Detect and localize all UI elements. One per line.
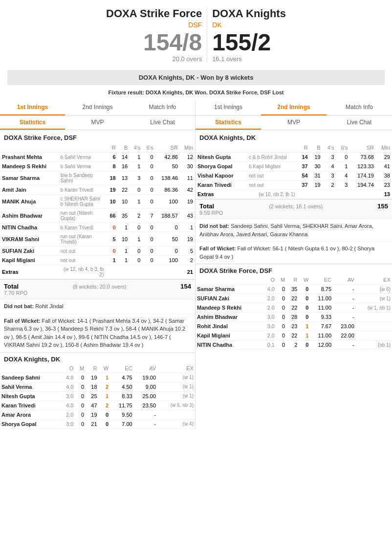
overs: 3.0 — [60, 391, 75, 401]
right-bat-col-sr: SR — [349, 143, 375, 153]
player-name: Karan Trivedi — [196, 180, 247, 190]
sixes: 0 — [142, 247, 155, 256]
runs: 2 — [286, 340, 299, 350]
average: 25.00 — [134, 391, 157, 401]
player-name: Prashant Mehta — [0, 153, 59, 162]
mins: 2 — [180, 256, 195, 265]
sub-tab-mvp-right[interactable]: MVP — [261, 116, 327, 130]
player-name: Kapil Miglani — [0, 256, 59, 265]
economy: 7.67 — [310, 322, 333, 331]
fours: 3 — [323, 153, 336, 162]
maidens: 0 — [276, 322, 286, 331]
dismissal: c & b Rohit Jindal — [247, 153, 297, 162]
left-batting-table: R B 4's 6's SR Min Prashant Mehta b Sahi… — [0, 143, 195, 279]
team1-overs: 20.0 overs — [106, 55, 202, 63]
dismissal: not out — [59, 256, 106, 265]
table-row: Amar Arora 2.0 0 19 0 9.50 - — [0, 410, 195, 419]
maidens: 0 — [75, 419, 86, 428]
average: - — [333, 294, 356, 303]
right-bat-col-6s: 6's — [336, 143, 350, 153]
left-innings-tabs[interactable]: 1st Innings 2nd Innings Match Info — [0, 100, 195, 116]
runs: 23 — [286, 322, 299, 331]
right-sub-tabs[interactable]: Statistics MVP Live Chat — [196, 116, 392, 130]
bowler-name: SUFIAN Zaki — [196, 294, 261, 303]
sub-tab-mvp-left[interactable]: MVP — [65, 116, 130, 130]
left-sub-tabs[interactable]: Statistics MVP Live Chat — [0, 116, 195, 130]
tab-2nd-innings-left[interactable]: 2nd Innings — [65, 100, 130, 115]
tab-1st-innings-right[interactable]: 1st Innings — [196, 100, 261, 115]
right-bowl-col-o: O — [261, 275, 276, 285]
wickets: 1 — [299, 322, 310, 331]
sub-tab-livechat-right[interactable]: Live Chat — [327, 116, 392, 130]
sixes: 0 — [142, 171, 155, 185]
table-row: Prashant Mehta b Sahil Verma 6 14 1 0 42… — [0, 153, 195, 162]
bowler-name: NITIN Chadha — [196, 340, 261, 350]
sixes: 0 — [142, 153, 155, 162]
fours: 0 — [130, 256, 142, 265]
overs: 3.0 — [261, 313, 276, 322]
runs: 54 — [297, 171, 310, 180]
sub-tab-livechat-left[interactable]: Live Chat — [130, 116, 195, 130]
runs: 66 — [106, 209, 117, 223]
fixture-label: Fixture result: — [109, 90, 146, 95]
tab-match-info-right[interactable]: Match Info — [327, 100, 392, 115]
table-row: Shorya Gopal b Kapil Miglani 37 30 4 1 1… — [196, 162, 392, 171]
right-innings-tabs[interactable]: 1st Innings 2nd Innings Match Info — [196, 100, 392, 116]
sub-tab-stats-right[interactable]: Statistics — [196, 116, 261, 130]
right-bat-col-b: B — [310, 143, 323, 153]
left-extras-detail: (w 12, nb 4, b 3, lb 2) — [59, 265, 106, 279]
team1-header: DOXA Strike Force DSF 154/8 20.0 overs — [106, 7, 207, 63]
dismissal: not out — [59, 247, 106, 256]
runs: 0 — [106, 223, 117, 232]
bowler-name: Nitesh Gupta — [0, 391, 60, 401]
mins: 19 — [180, 195, 195, 209]
runs: 22 — [286, 303, 299, 313]
wickets: 2 — [99, 401, 110, 410]
player-name: Shorya Gopal — [196, 162, 247, 171]
right-bowl-col-m: M — [276, 275, 286, 285]
mins: 1 — [180, 223, 195, 232]
sixes: 0 — [336, 153, 350, 162]
balls: 10 — [118, 195, 130, 209]
runs: 6 — [106, 153, 117, 162]
bowler-name: Samar Sharma — [196, 285, 261, 294]
fours: 2 — [323, 180, 336, 190]
runs: 22 — [286, 331, 299, 340]
tab-2nd-innings-right[interactable]: 2nd Innings — [261, 100, 327, 115]
sub-tab-stats-left[interactable]: Statistics — [0, 116, 65, 130]
bowler-name: Rohit Jindal — [196, 322, 261, 331]
extras: (w 1) — [157, 391, 195, 401]
economy: 8.33 — [110, 391, 133, 401]
balls: 22 — [118, 185, 130, 195]
balls: 13 — [118, 171, 130, 185]
sr: 174.19 — [349, 171, 375, 180]
extras: (w 6) — [356, 285, 392, 294]
tab-match-info-left[interactable]: Match Info — [130, 100, 195, 115]
team2-abbr: DK — [212, 21, 286, 29]
dismissal: b Sahil Verma — [59, 162, 106, 171]
right-bat-col-empty — [247, 143, 297, 153]
economy: 11.75 — [110, 401, 133, 410]
economy: 4.50 — [110, 382, 133, 391]
wickets: 0 — [299, 285, 310, 294]
right-total-val: 155 — [377, 202, 388, 210]
runs: 22 — [286, 294, 299, 303]
left-bowling-team: DOXA Knights, DK — [0, 352, 195, 364]
wickets: 0 — [99, 419, 110, 428]
fixture-result: Fixture result: DOXA Knights, DK Won. DO… — [0, 88, 392, 97]
sixes: 1 — [336, 162, 350, 171]
balls: 19 — [310, 180, 323, 190]
overs: 2.0 — [261, 331, 276, 340]
table-row: Ashim Bhadwar run out (Nitesh Gupta) 66 … — [0, 209, 195, 223]
overs: 3.0 — [60, 419, 75, 428]
overs: 4.0 — [60, 373, 75, 382]
left-bat-col-min: Min — [180, 143, 195, 153]
fours: 2 — [130, 209, 142, 223]
tab-1st-innings-left[interactable]: 1st Innings — [0, 100, 65, 115]
mins: 5 — [180, 247, 195, 256]
wickets: 2 — [99, 382, 110, 391]
maidens: 0 — [276, 313, 286, 322]
runs: 5 — [106, 232, 117, 247]
left-batting-team: DOXA Strike Force, DSF — [0, 130, 195, 143]
balls: 19 — [310, 153, 323, 162]
